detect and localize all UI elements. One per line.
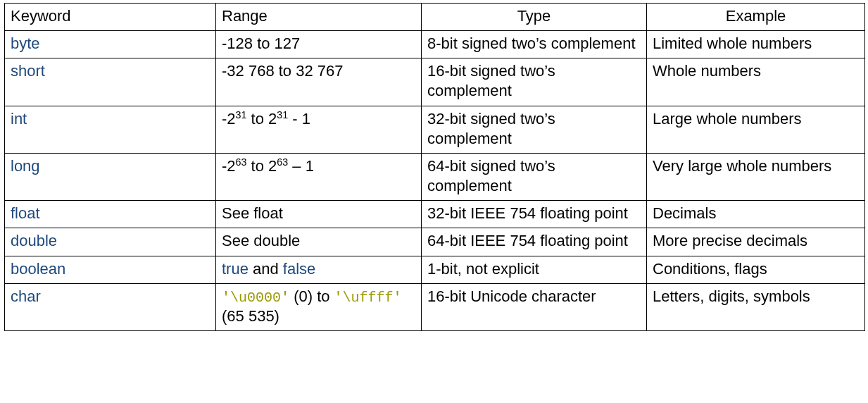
cell-example: Conditions, flags: [647, 256, 865, 283]
cell-example: More precise decimals: [647, 228, 865, 256]
table-row: byte -128 to 127 8-bit signed two’s comp…: [5, 31, 865, 58]
cell-keyword: boolean: [5, 256, 216, 283]
cell-example: Very large whole numbers: [647, 153, 865, 200]
cell-type: 8-bit signed two’s complement: [422, 31, 647, 58]
cell-keyword: int: [5, 106, 216, 153]
table-row: short -32 768 to 32 767 16-bit signed tw…: [5, 58, 865, 106]
header-range: Range: [216, 4, 422, 31]
data-types-table: Keyword Range Type Example byte -128 to …: [4, 3, 865, 331]
keyword-text: short: [11, 62, 45, 80]
cell-type: 64-bit signed two’s complement: [422, 153, 647, 200]
cell-range: true and false: [216, 256, 422, 283]
cell-type: 32-bit IEEE 754 floating point: [422, 201, 647, 228]
cell-keyword: double: [5, 228, 216, 256]
cell-range: '\u0000' (0) to '\uffff' (65 535): [216, 283, 422, 331]
table-row: boolean true and false 1-bit, not explic…: [5, 256, 865, 283]
cell-example: Limited whole numbers: [647, 31, 865, 58]
cell-type: 32-bit signed two’s complement: [422, 106, 647, 153]
keyword-text: byte: [11, 35, 40, 52]
keyword-text: char: [11, 287, 41, 305]
keyword-text: int: [11, 110, 27, 128]
cell-keyword: byte: [5, 31, 216, 58]
table-row: float See float 32-bit IEEE 754 floating…: [5, 201, 865, 228]
header-keyword: Keyword: [5, 4, 216, 31]
keyword-text: float: [11, 204, 40, 222]
cell-range: See float: [216, 201, 422, 228]
cell-range: -263 to 263 – 1: [216, 153, 422, 200]
table-row: long -263 to 263 – 1 64-bit signed two’s…: [5, 153, 865, 200]
keyword-text: boolean: [11, 260, 65, 278]
cell-range: -231 to 231 - 1: [216, 106, 422, 153]
cell-example: Decimals: [647, 201, 865, 228]
table-row: int -231 to 231 - 1 32-bit signed two’s …: [5, 106, 865, 153]
header-type: Type: [422, 4, 647, 31]
cell-keyword: float: [5, 201, 216, 228]
cell-type: 1-bit, not explicit: [422, 256, 647, 283]
cell-type: 16-bit Unicode character: [422, 283, 647, 331]
table-row: double See double 64-bit IEEE 754 floati…: [5, 228, 865, 256]
cell-keyword: short: [5, 58, 216, 106]
table-header-row: Keyword Range Type Example: [5, 4, 865, 31]
cell-range: -128 to 127: [216, 31, 422, 58]
table-row: char '\u0000' (0) to '\uffff' (65 535) 1…: [5, 283, 865, 331]
cell-keyword: long: [5, 153, 216, 200]
header-example: Example: [647, 4, 865, 31]
cell-example: Letters, digits, symbols: [647, 283, 865, 331]
keyword-text: double: [11, 232, 57, 249]
cell-range: See double: [216, 228, 422, 256]
cell-range: -32 768 to 32 767: [216, 58, 422, 106]
cell-type: 64-bit IEEE 754 floating point: [422, 228, 647, 256]
cell-example: Large whole numbers: [647, 106, 865, 153]
keyword-text: long: [11, 157, 40, 175]
cell-example: Whole numbers: [647, 58, 865, 106]
cell-keyword: char: [5, 283, 216, 331]
cell-type: 16-bit signed two’s complement: [422, 58, 647, 106]
